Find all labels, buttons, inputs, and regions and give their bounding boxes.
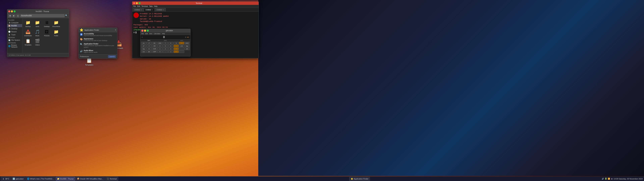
tab2-close[interactable]: ✕: [152, 9, 153, 11]
calc-btn-dot[interactable]: .: [163, 50, 168, 53]
calc-menu-file[interactable]: File: [142, 33, 144, 34]
terminal-tab-3[interactable]: Untitled ✕: [155, 8, 166, 12]
thunar-max-btn[interactable]: [14, 10, 16, 12]
terminal-menu-file[interactable]: File: [133, 5, 136, 7]
calc-btn-minus[interactable]: −: [174, 44, 179, 47]
calc-mode-alg[interactable]: ALG: [174, 40, 190, 41]
calc-btn-sqrt[interactable]: √: [146, 44, 152, 47]
thunar-min-btn[interactable]: [11, 10, 13, 12]
calc-btn-and[interactable]: AND: [157, 42, 162, 44]
finder-launch-btn[interactable]: Launch: [108, 55, 116, 58]
sidebar-item-recent[interactable]: 🕐 Recent: [7, 30, 22, 33]
file-item-documents[interactable]: 📁 Documents: [52, 20, 60, 28]
calc-btn-7[interactable]: 7: [163, 42, 168, 44]
thunar-path-bar[interactable]: /home/fmc000: [20, 14, 64, 17]
file-item-videos[interactable]: 🎬 Videos: [33, 38, 42, 46]
calc-btn-or[interactable]: OR: [152, 44, 157, 47]
sidebar-item-home[interactable]: 🏠 fmc000: [7, 24, 22, 27]
calc-btn-6[interactable]: 6: [168, 44, 174, 47]
thunar-close-btn[interactable]: [8, 10, 10, 12]
calc-btn-cos[interactable]: cos: [141, 50, 146, 53]
calc-btn-tan[interactable]: tan: [146, 50, 152, 53]
thunar-search-icon[interactable]: 🔍: [65, 14, 68, 17]
finder-item-appearance[interactable]: 🎨 Appearance Customize the look of your …: [79, 37, 117, 42]
calc-btn-mult[interactable]: ×: [174, 48, 179, 50]
calc-clear-btn[interactable]: C: [185, 36, 186, 38]
terminal-close-btn[interactable]: [133, 2, 135, 4]
tab3-close[interactable]: ✕: [163, 9, 164, 11]
file-item-templates[interactable]: 📋 Templates: [24, 38, 32, 46]
calc-menu-view[interactable]: View: [149, 33, 152, 34]
calc-btn-plusminus[interactable]: ±: [168, 50, 174, 53]
calc-menu-calc[interactable]: Calculator: [154, 33, 160, 34]
calc-mode-dec[interactable]: DEC: [141, 40, 157, 41]
calc-min-btn[interactable]: [144, 30, 146, 32]
calc-btn-0[interactable]: 0: [157, 50, 162, 53]
calc-btn-9[interactable]: 9: [174, 42, 179, 44]
calc-btn-inv[interactable]: inv: [141, 42, 146, 44]
tray-network-icon[interactable]: 📶: [608, 178, 610, 180]
calc-menu-edit[interactable]: Edit: [145, 33, 148, 34]
taskbar-terminal[interactable]: ⬛ Terminal: [105, 177, 118, 181]
sidebar-item-desktop[interactable]: 🖥 Desktop: [7, 27, 22, 30]
calc-btn-hyp[interactable]: hyp: [184, 44, 190, 47]
calc-btn-4[interactable]: 4: [157, 44, 162, 47]
calc-btn-5[interactable]: 5: [163, 44, 168, 47]
calc-max-btn[interactable]: [147, 30, 149, 32]
terminal-menu-tabs[interactable]: Tabs: [149, 5, 152, 7]
file-item-backup[interactable]: 📁 Backup: [24, 20, 32, 28]
terminal-min-btn[interactable]: [136, 2, 138, 4]
terminal-menu-terminal[interactable]: Terminal: [142, 5, 148, 7]
terminal-menu-help[interactable]: Help: [154, 5, 158, 7]
sidebar-item-computer[interactable]: 🖥 Computer: [7, 21, 22, 24]
calc-btn-lsh[interactable]: LSH: [179, 44, 184, 47]
finder-item-accessibility[interactable]: ♿ Accessibility Improve keyboard and mou…: [79, 32, 117, 37]
thunar-forward-btn[interactable]: ▶: [12, 14, 16, 18]
terminal-tab-1[interactable]: Untitled ✕: [133, 8, 144, 12]
taskbar-temp[interactable]: 🌡 38°C: [1, 177, 11, 181]
taskbar-virtualbox[interactable]: 📦 Oracle VM VirtualBox Man...: [76, 177, 105, 181]
calc-btn-ln[interactable]: ln: [146, 48, 152, 50]
file-item-desktop[interactable]: 🖥 Desktop: [42, 20, 51, 28]
finder-prefs-btn[interactable]: Preferences: [80, 56, 89, 58]
sidebar-item-network[interactable]: 🌐 Browse Network: [7, 44, 22, 48]
terminal-max-btn[interactable]: [138, 2, 140, 4]
calc-btn-2[interactable]: 2: [163, 48, 168, 50]
calc-btn-1[interactable]: 1: [157, 48, 162, 50]
taskbar-thunar[interactable]: 📁 fmc000 - Thunar: [56, 177, 75, 181]
file-item-build[interactable]: 📁 Build: [33, 20, 42, 28]
calc-btn-3[interactable]: 3: [168, 48, 174, 50]
calc-btn-e2[interactable]: e²: [141, 44, 146, 47]
file-item-pictures[interactable]: 🖼 Pictures: [42, 29, 51, 37]
file-item-public[interactable]: 📁 Public: [52, 29, 60, 37]
taskbar-galculator[interactable]: 🔢 galculator: [11, 177, 25, 181]
thunar-back-btn[interactable]: ◀: [8, 14, 12, 18]
calc-btn-x2[interactable]: x²: [146, 42, 152, 44]
calc-btn-8[interactable]: 8: [168, 42, 174, 44]
tray-display-icon[interactable]: 🖥: [611, 178, 613, 180]
calc-menu-help[interactable]: Help: [162, 33, 165, 34]
finder-item-audio[interactable]: 🔊 Audio Mixer Adjust volume levels: [79, 49, 117, 54]
thunar-up-btn[interactable]: ▲: [16, 14, 20, 18]
calc-del-btn[interactable]: C: [142, 36, 143, 38]
calc-btn-sin[interactable]: sin: [184, 48, 190, 50]
file-item-downloads[interactable]: 📥 Downloads: [24, 29, 32, 37]
taskbar-browser[interactable]: 🌐 What's new | The FreeBSD...: [26, 177, 55, 181]
calc-btn-xor[interactable]: XOR: [152, 48, 157, 50]
calc-allclear-btn[interactable]: AC: [187, 36, 189, 38]
calc-btn-cmp[interactable]: CMP: [152, 50, 157, 53]
finder-close-btn[interactable]: ✕: [115, 29, 116, 31]
tray-battery-icon[interactable]: 🔋: [605, 178, 607, 180]
calc-btn-mod[interactable]: MOD: [184, 42, 190, 44]
sidebar-item-trash[interactable]: 🗑 Trash: [7, 33, 22, 36]
calc-btn-log[interactable]: log: [141, 48, 146, 50]
file-item-music[interactable]: 🎵 Music: [33, 29, 42, 37]
calc-btn-plusminus2[interactable]: +−: [174, 50, 179, 53]
tab1-close[interactable]: ✕: [141, 9, 142, 11]
calc-btn-ee[interactable]: EE: [152, 42, 157, 44]
tray-volume-icon[interactable]: 🔊: [602, 178, 604, 180]
taskbar-appfinder[interactable]: ⭐ Application Finder: [349, 177, 370, 181]
finder-item-appfinder[interactable]: 🔍 Application Finder Find and launch app…: [79, 42, 117, 49]
calc-close-btn[interactable]: [142, 30, 144, 32]
calc-btn-plus[interactable]: +: [179, 42, 184, 44]
